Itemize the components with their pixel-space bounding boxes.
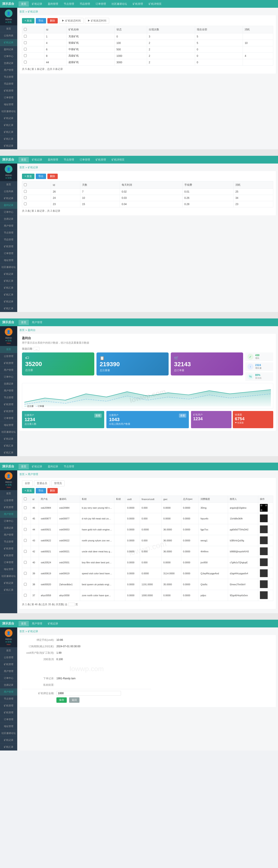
sidebar-item-home[interactable]: 首页 bbox=[0, 25, 17, 32]
s2-user[interactable]: 用户管理 bbox=[0, 222, 17, 229]
s5-home[interactable]: 首页 bbox=[0, 647, 17, 654]
sidebar-item-minere4[interactable]: 矿机记录 bbox=[0, 143, 17, 149]
s5-usermgr[interactable]: 用户管理 bbox=[0, 688, 17, 695]
s4-machine[interactable]: 矿机管理 bbox=[0, 504, 17, 511]
s3-minerlog[interactable]: 矿机汇录 bbox=[0, 442, 17, 449]
s5-coin[interactable]: 矿机管理 bbox=[0, 702, 17, 709]
s4-ordercenter[interactable]: 订单中心 bbox=[0, 518, 17, 525]
s2-coin[interactable]: 币品管理 bbox=[0, 236, 17, 243]
row-check[interactable] bbox=[24, 41, 27, 44]
s2-trade[interactable]: 交易记录 bbox=[0, 216, 17, 222]
s2-machinemanage[interactable]: 矿机管理 bbox=[0, 243, 17, 250]
delete-button[interactable]: 删除 bbox=[47, 18, 58, 24]
nav4-tab-home[interactable]: 首页 bbox=[19, 464, 29, 469]
sidebar-item-trade[interactable]: 交易记录 bbox=[0, 60, 17, 67]
u-row-check[interactable] bbox=[24, 539, 27, 542]
u-row-check[interactable] bbox=[24, 528, 27, 531]
nav5-tab-user[interactable]: 用户管理 bbox=[29, 621, 45, 626]
nav-tab-profit[interactable]: 盈利管理 bbox=[45, 1, 61, 7]
sidebar-item-forum[interactable]: 社区邀请论坛 bbox=[0, 108, 17, 115]
nav-tab-machine[interactable]: 矿机管理 bbox=[130, 1, 145, 7]
nav5-tab-mine[interactable]: 矿机记录 bbox=[45, 621, 61, 626]
u-select-all[interactable] bbox=[24, 497, 27, 500]
sidebar-item-machinemanage[interactable]: 矿机管理 bbox=[0, 87, 17, 94]
sidebar-item-ordercenter[interactable]: 订单中心 bbox=[0, 53, 17, 60]
s3-order[interactable]: 订单管理 bbox=[0, 415, 17, 422]
nav2-tab-profit[interactable]: 盈利管理 bbox=[45, 157, 61, 162]
u-row-check[interactable] bbox=[24, 561, 27, 564]
s5-node[interactable]: 节点管理 bbox=[0, 695, 17, 702]
s5-trade[interactable]: 交易记录 bbox=[0, 682, 17, 688]
s5-order[interactable]: 订单管理 bbox=[0, 716, 17, 723]
sidebar-item-coin[interactable]: 币品管理 bbox=[0, 81, 17, 87]
s4-notice[interactable]: 公告管理 bbox=[0, 497, 17, 504]
export-button-2[interactable]: 导出 bbox=[36, 174, 46, 179]
nav2-tab-home[interactable]: 首页 bbox=[19, 157, 29, 162]
nav3-tab-user[interactable]: 用户管理 bbox=[29, 320, 45, 325]
s5-notice[interactable]: 公告管理 bbox=[0, 654, 17, 661]
s2-minerlog2[interactable]: 矿机汇录 bbox=[0, 284, 17, 291]
p-row-check[interactable] bbox=[24, 196, 27, 199]
s4-address[interactable]: 地址管理 bbox=[0, 566, 17, 573]
nav-tab-order[interactable]: 订单管理 bbox=[93, 1, 109, 7]
export-user-button[interactable]: 导出 bbox=[36, 488, 46, 493]
back-button[interactable]: 返回 bbox=[69, 698, 80, 703]
s4-usermgr[interactable]: 用户管理 bbox=[0, 531, 17, 538]
s2-minerlog3[interactable]: 矿机汇录 bbox=[0, 291, 17, 298]
s4-home[interactable]: 首页 bbox=[0, 490, 17, 497]
breadcrumb2-home[interactable]: 首页 bbox=[19, 166, 25, 169]
p-row-check[interactable] bbox=[24, 190, 27, 193]
s4-minerlog[interactable]: 矿机汇录 bbox=[0, 587, 17, 593]
s5-ordercenter[interactable]: 订单中心 bbox=[0, 675, 17, 682]
s5-miner[interactable]: 矿机记录 bbox=[0, 737, 17, 744]
filter-admin[interactable]: 管理员 bbox=[51, 480, 64, 486]
s4-node[interactable]: 节点管理 bbox=[0, 538, 17, 545]
s3-miner[interactable]: 矿机记录 bbox=[0, 435, 17, 442]
sidebar-item-miner[interactable]: 矿机记录 bbox=[0, 115, 17, 122]
nav-tab-detail[interactable]: 矿机详情页 bbox=[146, 1, 164, 7]
s4-order[interactable]: 订单管理 bbox=[0, 559, 17, 566]
nav3-tab-home[interactable]: 首页 bbox=[19, 320, 29, 325]
nav-tab-node[interactable]: 节点管理 bbox=[61, 1, 77, 7]
s2-machine[interactable]: 矿机记录 bbox=[0, 195, 17, 202]
sidebar-item-minerlog[interactable]: 矿机汇录 bbox=[0, 122, 17, 129]
p-row-check[interactable] bbox=[24, 203, 27, 205]
breadcrumb5-home[interactable]: 首页 bbox=[19, 629, 25, 633]
s2-ordercenter[interactable]: 订单中心 bbox=[0, 209, 17, 216]
s3-machinemanage[interactable]: 矿机管理 bbox=[0, 408, 17, 415]
select-all[interactable] bbox=[24, 28, 27, 31]
s5-machinemanage[interactable]: 矿机管理 bbox=[0, 709, 17, 716]
nav2-tab-node[interactable]: 节点管理 bbox=[61, 157, 77, 162]
nav2-tab-forum[interactable]: 矿机管理 bbox=[93, 157, 109, 162]
s3-node[interactable]: 节点管理 bbox=[0, 394, 17, 401]
nav2-tab-detail[interactable]: 矿机详情页 bbox=[109, 157, 127, 162]
sidebar-item-minerlog2[interactable]: 矿机汇录 bbox=[0, 129, 17, 135]
s5-address[interactable]: 地址管理 bbox=[0, 723, 17, 730]
s5-user[interactable]: 用户管理 bbox=[0, 668, 17, 675]
s4-forum[interactable]: 社区邀请论坛 bbox=[0, 573, 17, 580]
sidebar-item-minerlog3[interactable]: 矿机汇录 bbox=[0, 135, 17, 143]
s3-forum[interactable]: 社区邀请论坛 bbox=[0, 429, 17, 435]
save-button[interactable]: 保存 bbox=[56, 698, 67, 703]
delete-button-2[interactable]: 删除 bbox=[47, 174, 58, 179]
filter-btn2[interactable]: ▶ 矿机状态时间 bbox=[85, 18, 109, 24]
view-button-2[interactable]: 查看 bbox=[179, 413, 186, 417]
s3-machine[interactable]: 矿机管理 bbox=[0, 360, 17, 367]
add-user-button[interactable]: + 发送 bbox=[22, 488, 34, 493]
breadcrumb-home[interactable]: 首页 bbox=[19, 10, 25, 13]
nav-tab-mine[interactable]: 矿机记录 bbox=[29, 1, 45, 7]
s4-machinemanage[interactable]: 矿机管理 bbox=[0, 552, 17, 559]
s5-machine[interactable]: 矿机管理 bbox=[0, 661, 17, 668]
machine-amount-input[interactable] bbox=[56, 691, 121, 696]
u-row-check[interactable] bbox=[24, 583, 27, 586]
filter-normal[interactable]: 普通会员 bbox=[34, 480, 50, 486]
sidebar-item-node[interactable]: 节点管理 bbox=[0, 73, 17, 81]
s2-profit[interactable]: 盈利记录 bbox=[0, 202, 17, 209]
delete-user-button[interactable]: 删除 bbox=[47, 488, 58, 493]
breadcrumb3-home[interactable]: 首页 bbox=[19, 328, 25, 332]
filter-all[interactable]: 全部 bbox=[22, 480, 33, 486]
nav-tab-forum[interactable]: 社区邀请论坛 bbox=[109, 1, 130, 7]
row-check[interactable] bbox=[24, 54, 27, 57]
sidebar-item-address[interactable]: 地址管理 bbox=[0, 101, 17, 108]
view-button-1[interactable]: 查看 bbox=[94, 413, 102, 417]
